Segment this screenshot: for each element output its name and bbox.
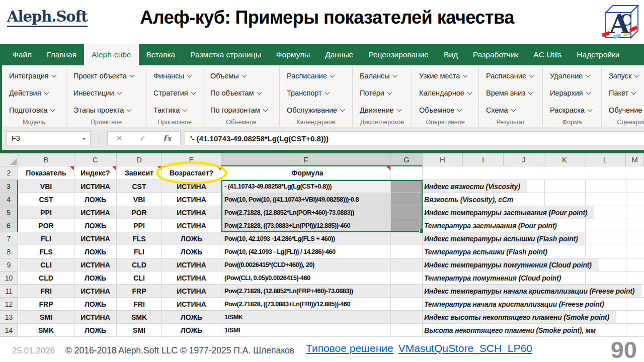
column-header-B[interactable]: B <box>18 153 74 166</box>
cell-G2[interactable] <box>391 166 423 180</box>
ribbon-dropdown-button[interactable]: Этапы проекта <box>66 102 146 119</box>
cell-B2[interactable]: Показатель <box>18 166 74 180</box>
cell-H9[interactable]: Индекс температуры помутнения (Cloud poi… <box>423 258 644 272</box>
ribbon-dropdown-button[interactable]: Потери <box>353 84 412 102</box>
cell-E9[interactable]: ИСТИНА <box>162 258 221 272</box>
ribbon-dropdown-button[interactable]: Движение <box>353 102 412 119</box>
cell-G10[interactable] <box>391 272 423 285</box>
column-header-C[interactable]: C <box>74 153 117 166</box>
row-header-4[interactable]: 4 <box>0 193 18 206</box>
ribbon-tab[interactable]: Разметка страницы <box>183 44 269 65</box>
ribbon-tab[interactable]: Вид <box>436 44 465 65</box>
cell-E12[interactable]: ИСТИНА <box>162 298 221 311</box>
cell-D3[interactable]: CST <box>117 180 162 193</box>
cell-F14[interactable]: 1/SMI <box>221 324 391 337</box>
cell-B7[interactable]: FLI <box>18 232 74 245</box>
row-header-6[interactable]: 6 <box>0 219 18 232</box>
cell-B4[interactable]: CST <box>18 193 74 206</box>
cell-E7[interactable]: ЛОЖЬ <box>162 232 221 245</box>
cell-G12[interactable] <box>391 298 423 311</box>
cell-B3[interactable]: VBI <box>18 180 74 193</box>
cell-H8[interactable]: Температура вспышки (Flash point) <box>423 245 644 258</box>
cell-H3[interactable]: Индекс вязкости (Viscosity) <box>423 180 644 193</box>
cell-C8[interactable]: ЛОЖЬ <box>74 245 117 258</box>
insert-function-icon[interactable]: fx <box>163 133 172 143</box>
ribbon-tab[interactable]: Aleph-cube <box>84 44 138 65</box>
name-box[interactable]: F3 <box>6 131 91 145</box>
row-header-2[interactable]: 2 <box>0 166 18 180</box>
cell-C11[interactable]: ИСТИНА <box>74 285 117 298</box>
row-header-12[interactable]: 12 <box>0 298 18 311</box>
cell-H12[interactable]: Температура начала кристаллизации (Frees… <box>423 298 644 311</box>
cell-E8[interactable]: ЛОЖЬ <box>162 245 221 258</box>
ribbon-dropdown-button[interactable]: Иерархия <box>543 84 601 102</box>
cell-D8[interactable]: FLI <box>117 245 162 258</box>
column-header-G[interactable]: G <box>391 153 423 166</box>
cell-D5[interactable]: POR <box>117 206 162 219</box>
cell-C10[interactable]: ЛОЖЬ <box>74 272 117 285</box>
row-header-13[interactable]: 13 <box>0 311 18 324</box>
cell-G13[interactable] <box>391 311 423 324</box>
cell-C3[interactable]: ИСТИНА <box>74 180 117 193</box>
ribbon-dropdown-button[interactable]: Обслуживание <box>280 102 352 119</box>
cell-D10[interactable]: CLI <box>117 272 162 285</box>
ribbon-tab[interactable]: Главная <box>39 44 84 65</box>
cell-F7[interactable]: Pow(10, 42.1093 -14.286*Lg(FLS + 460)) <box>221 232 391 245</box>
cell-C4[interactable]: ЛОЖЬ <box>74 193 117 206</box>
row-header-11[interactable]: 11 <box>0 285 18 298</box>
cell-F2[interactable]: Формула <box>221 166 391 180</box>
ribbon-dropdown-button[interactable]: По объектам <box>203 84 279 102</box>
cell-D11[interactable]: FRP <box>117 285 162 298</box>
column-header-I[interactable]: I <box>463 153 504 166</box>
select-all-corner[interactable] <box>0 153 18 166</box>
cell-E5[interactable]: ИСТИНА <box>162 206 221 219</box>
cell-B14[interactable]: SMK <box>18 324 74 337</box>
cell-D9[interactable]: CLD <box>117 258 162 272</box>
cell-D13[interactable]: SMK <box>117 311 162 324</box>
cell-F5[interactable]: Pow(2.71828, (12.8852*Ln(POR+460)-73.088… <box>221 206 391 219</box>
row-header-8[interactable]: 8 <box>0 245 18 258</box>
cell-E11[interactable]: ИСТИНА <box>162 285 221 298</box>
cell-C2[interactable]: Индекс? <box>74 166 117 180</box>
cell-G8[interactable] <box>391 245 423 258</box>
cell-E10[interactable]: ИСТИНА <box>162 272 221 285</box>
cell-F6[interactable]: Pow(2.71828, ((73.0883+Ln(PPI))/12.885))… <box>221 219 391 232</box>
ribbon-dropdown-button[interactable]: Обучение <box>602 102 644 119</box>
ribbon-dropdown-button[interactable]: Узкие места <box>412 67 478 84</box>
cell-B8[interactable]: FLS <box>18 245 74 258</box>
cell-G11[interactable] <box>391 285 423 298</box>
cell-G14[interactable] <box>391 324 423 337</box>
ribbon-dropdown-button[interactable]: Схема <box>479 102 542 119</box>
cell-E13[interactable]: ЛОЖЬ <box>162 311 221 324</box>
cell-B13[interactable]: SMI <box>18 311 74 324</box>
cell-H7[interactable]: Индекс температуры вспышки (Flash point) <box>423 232 644 245</box>
ribbon-dropdown-button[interactable]: По горизонтам <box>203 102 279 119</box>
ribbon-tab[interactable]: Данные <box>317 44 361 65</box>
cell-B5[interactable]: PPI <box>18 206 74 219</box>
row-header-14[interactable]: 14 <box>0 324 18 337</box>
ribbon-tab[interactable]: Надстройки <box>569 44 627 65</box>
cell-B11[interactable]: FRI <box>18 285 74 298</box>
cell-H2[interactable] <box>423 166 644 180</box>
cell-F9[interactable]: Pow((0.0026415*(CLD+460)), 20) <box>221 258 391 272</box>
ribbon-dropdown-button[interactable]: Удаление <box>543 67 601 84</box>
formula-input[interactable]: '- (41.10743-49.08258*Lg(Lg(CST+0.8))) <box>185 131 644 145</box>
cell-F10[interactable]: (Pow(CLI, 0.05)/0.0026415)-460 <box>221 272 391 285</box>
column-header-H[interactable]: H <box>423 153 463 166</box>
ribbon-dropdown-button[interactable]: Объемы <box>203 67 279 84</box>
ribbon-dropdown-button[interactable]: Раскраска <box>543 102 601 119</box>
ribbon-dropdown-button[interactable]: Инвестиции <box>66 84 146 102</box>
ribbon-tab[interactable]: AC Utils <box>526 44 569 65</box>
cell-C5[interactable]: ИСТИНА <box>74 206 117 219</box>
ribbon-dropdown-button[interactable]: Интеграция <box>2 67 66 84</box>
cell-F4[interactable]: Pow(10, Pow(10, ((41.10743+VBI)/49.08258… <box>221 193 391 206</box>
ribbon-dropdown-button[interactable]: Балансы <box>353 67 412 84</box>
column-header-L[interactable]: L <box>585 153 626 166</box>
column-header-M[interactable]: M <box>626 153 644 166</box>
ribbon-dropdown-button[interactable]: Календарное <box>412 84 478 102</box>
cell-G3[interactable] <box>391 180 423 193</box>
column-header-E[interactable]: E <box>162 153 221 166</box>
ribbon-dropdown-button[interactable]: Стратегия <box>146 84 203 102</box>
ribbon-dropdown-button[interactable]: Пакет <box>602 84 644 102</box>
column-header-K[interactable]: K <box>544 153 585 166</box>
